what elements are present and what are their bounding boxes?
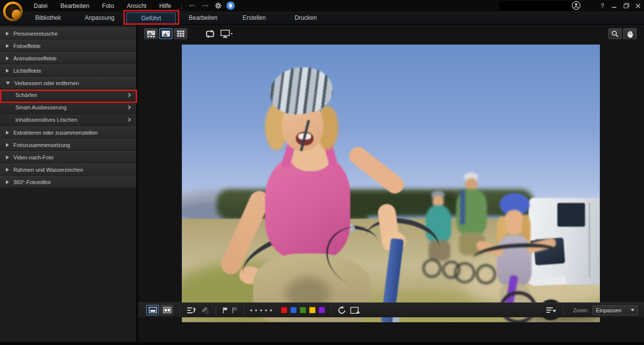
sidebar-subitem-inhaltssensitives-loeschen[interactable]: Inhaltssensitives Löschen <box>0 114 136 126</box>
menu-foto[interactable]: Foto <box>96 0 120 11</box>
sidebar-item-fotozusammensetzung[interactable]: Fotozusammensetzung <box>0 139 136 151</box>
main-content <box>138 25 644 342</box>
hand-tool-button[interactable] <box>623 28 637 39</box>
zoom-controls: Zoom: Einpassen <box>544 305 644 315</box>
rotate-left-icon[interactable] <box>338 306 346 314</box>
color-label-blue[interactable] <box>290 307 297 313</box>
collapsed-arrow-icon <box>6 56 9 60</box>
redacted-area <box>499 1 575 11</box>
crop-photo-icon[interactable] <box>350 306 360 314</box>
menu-datei[interactable]: Datei <box>27 0 54 11</box>
sidebar-subitem-label: Smart-Ausbesserung <box>15 104 66 110</box>
sidebar-subitem-smart-ausbesserung[interactable]: Smart-Ausbesserung <box>0 101 136 114</box>
rating-dot[interactable] <box>250 309 252 311</box>
divider <box>244 306 244 315</box>
sidebar-subitem-label: Schärfen <box>15 92 37 98</box>
sidebar-item-360-fotoeditor[interactable]: 360°-Fotoeditor <box>0 176 136 188</box>
collapsed-arrow-icon <box>6 69 9 73</box>
sidebar-item-label: Fotoeffekte <box>13 43 41 49</box>
flag-pick-icon[interactable] <box>222 307 228 314</box>
tab-bearbeiten[interactable]: Bearbeiten <box>178 12 228 24</box>
single-view-button[interactable] <box>146 305 159 315</box>
edit-pencil-icon[interactable] <box>200 306 209 314</box>
photo-scene <box>182 45 600 322</box>
zoom-dropdown-value: Einpassen <box>596 307 621 313</box>
sidebar-item-label: Video-nach-Foto <box>13 154 54 160</box>
menu-ansicht[interactable]: Ansicht <box>120 0 153 11</box>
sidebar-subitem-label: Inhaltssensitives Löschen <box>15 117 77 123</box>
menu-hilfe[interactable]: Hilfe <box>153 0 177 11</box>
rotate-canvas-icon[interactable] <box>203 28 217 39</box>
browser-viewer-mode-button[interactable] <box>144 28 158 39</box>
history-icon[interactable] <box>186 306 196 314</box>
window-footer <box>0 342 644 345</box>
maximize-button[interactable] <box>620 1 632 11</box>
collapsed-arrow-icon <box>6 143 9 147</box>
color-label-red[interactable] <box>281 307 287 313</box>
color-label-purple[interactable] <box>319 307 325 313</box>
sidebar-item-fotoeffekte[interactable]: Fotoeffekte <box>0 40 136 52</box>
sidebar-subitem-schaerfen[interactable]: Schärfen <box>0 89 136 101</box>
sidebar-item-label: Verbessern oder entfernen <box>14 80 79 86</box>
sidebar-item-rahmen-und-wasserzeichen[interactable]: Rahmen und Wasserzeichen <box>0 163 136 176</box>
viewer-tools <box>608 28 638 39</box>
compare-view-button[interactable] <box>161 305 173 315</box>
menubar: Datei Bearbeiten Foto Ansicht Hilfe <box>27 0 177 11</box>
viewer-toolbar <box>144 27 638 40</box>
woman-left-arm <box>346 144 408 197</box>
zoom-tool-button[interactable] <box>608 28 622 39</box>
color-label-yellow[interactable] <box>309 307 316 313</box>
minimize-button[interactable] <box>608 1 620 11</box>
rating-dot[interactable] <box>270 309 272 311</box>
sidebar-item-verbessern-oder-entfernen[interactable]: Verbessern oder entfernen <box>0 77 136 89</box>
sidebar-item-video-nach-foto[interactable]: Video-nach-Foto <box>0 151 136 163</box>
sidebar-item-personenretusche[interactable]: Personenretusche <box>0 27 136 40</box>
photo-canvas[interactable] <box>182 45 600 322</box>
grid-view-button[interactable] <box>174 28 187 39</box>
chevron-right-icon <box>127 118 131 122</box>
color-labels <box>279 307 326 313</box>
sidebar-item-label: Extrahieren oder zusammenstellen <box>13 130 98 136</box>
tab-drucken[interactable]: Drucken <box>281 12 330 24</box>
tab-gefuehrt[interactable]: Geführt <box>126 12 176 24</box>
rating-dot[interactable] <box>265 309 267 311</box>
redo-icon[interactable] <box>200 1 211 10</box>
tab-anpassung[interactable]: Anpassung <box>75 12 124 24</box>
help-button[interactable]: ? <box>596 1 608 11</box>
sidebar-item-animationseffekte[interactable]: Animationseffekte <box>0 52 136 64</box>
color-label-green[interactable] <box>300 307 306 313</box>
settings-gear-icon[interactable] <box>213 1 223 10</box>
account-icon[interactable] <box>572 1 581 12</box>
rating-dot[interactable] <box>255 309 257 311</box>
sidebar-item-label: Lichteffekte <box>13 68 41 74</box>
notification-bell-icon[interactable] <box>226 1 235 10</box>
divider <box>563 306 564 315</box>
woman-cyclist <box>212 64 439 322</box>
expanded-arrow-icon <box>6 82 10 85</box>
status-toolbar: Zoom: Einpassen <box>138 302 644 317</box>
sidebar-item-label: Personenretusche <box>13 31 57 37</box>
dropdown-arrow-icon <box>631 309 635 311</box>
sidebar-item-extrahieren[interactable]: Extrahieren oder zusammenstellen <box>0 126 136 139</box>
guided-sidebar: Personenretusche Fotoeffekte Animationse… <box>0 25 137 342</box>
undo-icon[interactable] <box>187 1 198 10</box>
histogram-menu-icon[interactable] <box>546 307 557 313</box>
collapsed-arrow-icon <box>6 155 9 159</box>
rating-dot[interactable] <box>260 309 262 311</box>
divider <box>181 2 182 9</box>
titlebar: Datei Bearbeiten Foto Ansicht Hilfe ? <box>0 0 644 11</box>
rv-door-line <box>589 203 590 277</box>
tab-erstellen[interactable]: Erstellen <box>229 12 279 24</box>
menu-bearbeiten[interactable]: Bearbeiten <box>54 0 96 11</box>
viewer-mode-button[interactable] <box>159 28 172 39</box>
display-mode-icon[interactable] <box>219 28 234 39</box>
rating-dots[interactable] <box>249 309 273 311</box>
divider <box>179 306 180 315</box>
zoom-dropdown[interactable]: Einpassen <box>592 305 638 315</box>
tab-bibliothek[interactable]: Bibliothek <box>23 12 73 24</box>
sidebar-item-lichteffekte[interactable]: Lichteffekte <box>0 64 136 77</box>
close-button[interactable] <box>632 1 644 11</box>
photodirector-logo-icon <box>3 1 23 21</box>
flag-reject-icon[interactable] <box>232 307 237 314</box>
divider <box>215 306 216 315</box>
